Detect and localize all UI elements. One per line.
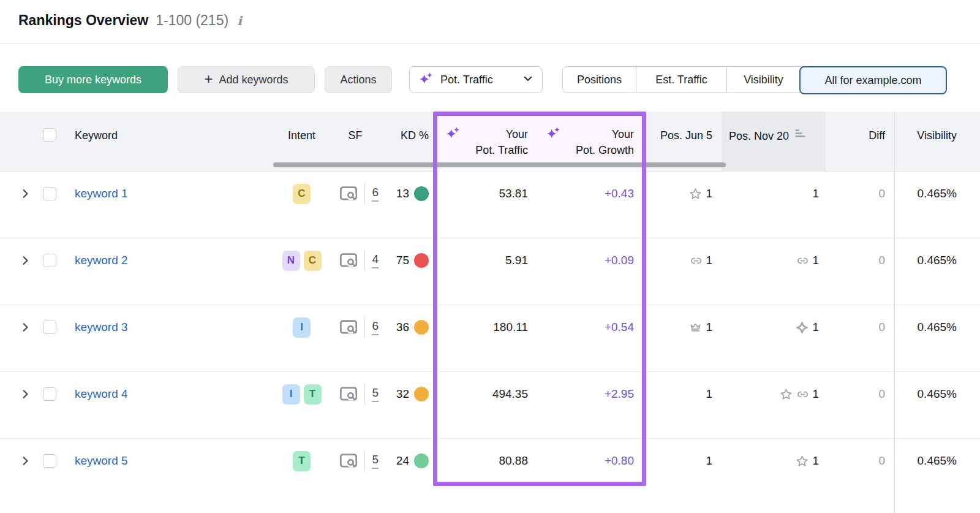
intent-badge-N[interactable]: N — [282, 251, 300, 271]
diff-value: 0 — [845, 317, 885, 337]
toolbar: Buy more keywords + Add keywords Actions… — [0, 66, 980, 93]
row-checkbox[interactable] — [43, 321, 56, 334]
column-header-diff[interactable]: Diff — [845, 127, 885, 143]
pos-nov20-value: 1 — [812, 187, 819, 200]
diff-value: 0 — [845, 384, 885, 404]
pos-nov20-value: 1 — [812, 387, 819, 401]
kd-value: 36 — [396, 321, 409, 334]
expand-chevron-icon[interactable] — [20, 251, 34, 270]
metric-dropdown-label: Pot. Traffic — [440, 74, 516, 86]
diff-value: 0 — [845, 251, 885, 270]
buy-more-keywords-button[interactable]: Buy more keywords — [18, 66, 168, 93]
column-header-pot-traffic[interactable]: Your Pot. Traffic — [441, 126, 528, 158]
divider — [364, 384, 365, 405]
pos-jun5-value: 1 — [706, 321, 712, 334]
kd-cell: 75 — [368, 251, 429, 270]
kd-value: 24 — [396, 454, 409, 468]
pos-nov20-value: 1 — [812, 321, 819, 334]
select-all-checkbox[interactable] — [43, 128, 56, 142]
column-header-visibility[interactable]: Visibility — [897, 127, 957, 143]
pos-nov20-cell: 1 — [729, 384, 819, 404]
keyword-link[interactable]: keyword 3 — [75, 321, 128, 334]
keyword-link[interactable]: keyword 5 — [75, 454, 128, 468]
tab-est-traffic[interactable]: Est. Traffic — [636, 67, 726, 93]
pos-jun5-value: 1 — [706, 187, 712, 200]
kd-value: 13 — [396, 187, 409, 200]
column-header-pos-jun5[interactable]: Pos. Jun 5 — [637, 127, 712, 143]
sparkles-icon — [418, 70, 434, 89]
link-icon — [796, 254, 809, 267]
kd-cell: 36 — [368, 317, 429, 337]
keyword-link[interactable]: keyword 1 — [75, 187, 128, 200]
metric-dropdown[interactable]: Pot. Traffic — [409, 66, 543, 93]
tab-visibility[interactable]: Visibility — [726, 67, 800, 93]
title-bar: Rankings Overview 1-100 (215) i — [0, 0, 980, 44]
pos-jun5-cell: 1 — [637, 251, 712, 270]
diff-value: 0 — [845, 184, 885, 203]
row-checkbox[interactable] — [43, 387, 56, 401]
pos-nov20-cell: 1 — [729, 317, 819, 337]
divider — [364, 183, 365, 204]
serp-features-icon[interactable] — [339, 186, 358, 202]
tab-positions[interactable]: Positions — [563, 67, 636, 93]
star-icon — [688, 187, 703, 201]
expand-chevron-icon[interactable] — [20, 451, 34, 471]
table-row: keyword 3I636180.11+0.541100.465% — [0, 305, 980, 372]
pos-nov20-value: 1 — [812, 254, 819, 267]
intent-badge-I[interactable]: I — [293, 317, 311, 338]
kd-value: 32 — [396, 387, 409, 401]
keyword-link[interactable]: keyword 2 — [75, 254, 128, 267]
pot-traffic-value: 53.81 — [441, 184, 528, 203]
row-checkbox[interactable] — [43, 454, 56, 468]
kd-value: 75 — [396, 254, 409, 267]
crown-icon — [688, 321, 703, 335]
kd-difficulty-dot — [414, 320, 429, 335]
row-checkbox[interactable] — [43, 254, 56, 267]
view-tabs: Positions Est. Traffic Visibility All fo… — [562, 66, 947, 93]
divider — [364, 317, 365, 338]
pot-traffic-value: 494.35 — [441, 384, 528, 404]
add-keywords-label: Add keywords — [219, 74, 288, 86]
column-header-pot-growth[interactable]: Your Pot. Growth — [548, 126, 634, 158]
actions-button[interactable]: Actions — [325, 66, 392, 93]
kd-cell: 13 — [368, 184, 429, 203]
pos-nov20-cell: 1 — [729, 184, 819, 203]
table-row: keyword 1C61353.81+0.431100.465% — [0, 172, 980, 238]
keyword-link[interactable]: keyword 4 — [75, 387, 128, 401]
intent-badge-T[interactable]: T — [293, 451, 311, 471]
kd-cell: 24 — [368, 451, 429, 471]
pos-jun5-cell: 1 — [637, 384, 712, 404]
pot-growth-value: +0.54 — [548, 317, 634, 337]
horizontal-scrollbar[interactable] — [273, 162, 726, 167]
divider — [364, 250, 365, 271]
column-header-pos-nov20[interactable]: Pos. Nov 20 — [729, 127, 807, 144]
serp-features-icon[interactable] — [339, 319, 358, 335]
column-header-keyword[interactable]: Keyword — [75, 127, 118, 143]
expand-chevron-icon[interactable] — [20, 317, 34, 337]
star-icon — [795, 454, 809, 468]
table-body: keyword 1C61353.81+0.431100.465%keyword … — [0, 172, 980, 513]
visibility-value: 0.465% — [897, 384, 957, 404]
intent-badge-C[interactable]: C — [293, 184, 311, 204]
intent-badge-I[interactable]: I — [282, 384, 300, 405]
add-keywords-button[interactable]: + Add keywords — [178, 66, 315, 93]
row-checkbox[interactable] — [43, 187, 56, 200]
serp-features-icon[interactable] — [339, 453, 358, 469]
pot-traffic-value: 80.88 — [441, 451, 528, 471]
visibility-value: 0.465% — [897, 184, 957, 203]
info-icon[interactable]: i — [236, 13, 242, 28]
expand-chevron-icon[interactable] — [20, 384, 34, 404]
pos-jun5-value: 1 — [706, 387, 712, 401]
chevron-down-icon — [522, 73, 533, 87]
page-range: 1-100 (215) — [156, 12, 228, 29]
serp-features-icon[interactable] — [339, 386, 358, 402]
plus-icon: + — [204, 70, 213, 88]
pos-jun5-cell: 1 — [637, 184, 712, 203]
pos-jun5-value: 1 — [706, 454, 712, 468]
diff-value: 0 — [845, 451, 885, 471]
pot-growth-value: +2.95 — [548, 384, 634, 404]
serp-features-icon[interactable] — [339, 253, 358, 268]
expand-chevron-icon[interactable] — [20, 184, 34, 203]
tab-all-for-domain[interactable]: All for example.com — [799, 66, 947, 94]
column-header-kd[interactable]: KD % — [368, 127, 429, 143]
